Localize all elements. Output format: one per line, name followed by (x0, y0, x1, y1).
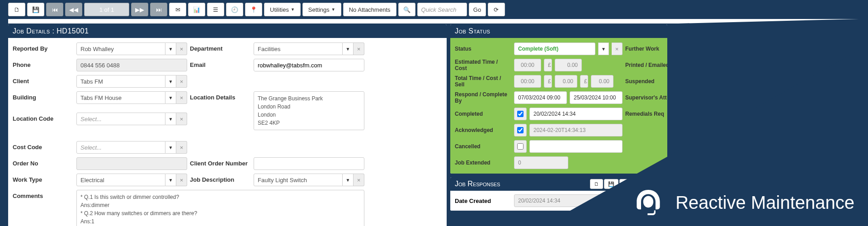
resp-new-button[interactable]: 🗋 (590, 179, 603, 189)
resp-save-button[interactable]: 💾 (604, 179, 618, 189)
chevron-down-icon[interactable]: ▼ (598, 42, 609, 55)
email-button[interactable]: ✉ (169, 3, 186, 16)
quick-search-input[interactable] (417, 3, 467, 16)
clear-icon[interactable]: × (176, 75, 187, 88)
date-created-label: Date Created (455, 198, 511, 204)
page-indicator: 1 of 1 (84, 3, 129, 16)
phone-label: Phone (13, 59, 74, 68)
completed-label: Completed (455, 111, 511, 117)
clear-icon[interactable]: × (612, 42, 623, 55)
reported-by-select[interactable]: Rob Whalley (76, 42, 165, 55)
refresh-button[interactable]: ⟳ (488, 3, 505, 16)
chevron-down-icon[interactable]: ▼ (165, 113, 176, 125)
est-time-field: 00:00 (514, 59, 541, 71)
chevron-down-icon[interactable]: ▼ (343, 42, 354, 55)
chevron-down-icon[interactable]: ▼ (343, 174, 354, 186)
clear-icon[interactable]: × (176, 91, 187, 104)
map-button[interactable]: 📍 (245, 3, 262, 16)
acknowledged-checkbox[interactable] (514, 124, 527, 137)
job-details-header: Job Details : HD15001 (8, 24, 447, 38)
est-cost-field: 0.00 (555, 59, 582, 71)
total-time-field: 00:00 (514, 75, 541, 88)
clear-icon[interactable]: × (176, 174, 187, 186)
chevron-down-icon[interactable]: ▼ (165, 42, 176, 55)
comments-label: Comments (13, 190, 74, 199)
cost-code-select[interactable]: Select... (76, 141, 165, 154)
date-created-field: 20/02/2024 14:34 (514, 194, 604, 207)
further-work-label: Further Work (625, 46, 667, 52)
department-select[interactable]: Facilities (254, 42, 343, 55)
job-description-label: Job Description (190, 174, 251, 183)
nav-prev-button[interactable]: ◀◀ (65, 3, 82, 16)
clear-icon[interactable]: × (176, 141, 187, 154)
chevron-down-icon[interactable]: ▼ (165, 75, 176, 88)
job-responses-header: Job Responses (455, 180, 500, 188)
clear-icon[interactable]: × (354, 174, 364, 186)
cost-code-label: Cost Code (13, 141, 74, 151)
history-button[interactable]: 🕘 (226, 3, 243, 16)
nav-last-button[interactable]: ⏭ (150, 3, 167, 16)
status-select[interactable]: Complete (Soft) (514, 42, 595, 55)
job-status-header: Job Status (450, 24, 667, 38)
search-button[interactable]: 🔍 (398, 3, 415, 16)
chart-button[interactable]: 📊 (188, 3, 205, 16)
location-code-label: Location Code (13, 113, 74, 122)
printed-label: Printed / Emailed (625, 62, 667, 68)
estimated-label: Estimated Time / Cost (455, 59, 511, 71)
location-code-select[interactable]: Select... (76, 113, 165, 125)
attachments-button[interactable]: No Attachments (343, 3, 396, 16)
settings-dropdown[interactable]: Settings ▼ (302, 3, 341, 16)
phone-field: 0844 556 0488 (76, 59, 187, 71)
job-extended-field: 0 (514, 156, 568, 169)
comments-field[interactable]: * Q.1 Is this switch or dimmer controlle… (76, 190, 364, 226)
job-description-select[interactable]: Faulty Light Switch (254, 174, 343, 186)
nav-first-button[interactable]: ⏮ (46, 3, 63, 16)
cancelled-date-field[interactable] (529, 140, 623, 153)
job-extended-label: Job Extended (455, 160, 511, 166)
reported-by-label: Reported By (13, 42, 74, 52)
completed-date-field[interactable]: 20/02/2024 14:34 (529, 108, 623, 120)
new-button[interactable]: 🗋 (8, 3, 25, 16)
email-field[interactable] (254, 59, 364, 71)
chevron-down-icon: ▼ (291, 7, 295, 12)
order-no-label: Order No (13, 157, 74, 167)
completed-checkbox[interactable] (514, 108, 527, 120)
total-label: Total Time / Cost / Sell (455, 75, 511, 88)
list-button[interactable]: ☰ (207, 3, 224, 16)
acknowledged-label: Acknowledged (455, 127, 511, 133)
remedials-label: Remedials Req (625, 111, 667, 117)
location-details-field: The Grange Business Park London Road Lon… (254, 91, 364, 130)
chevron-down-icon[interactable]: ▼ (165, 141, 176, 154)
client-order-label: Client Order Number (190, 157, 251, 167)
currency-label: £ (544, 59, 552, 71)
save-button[interactable]: 💾 (27, 3, 44, 16)
chevron-down-icon[interactable]: ▼ (165, 174, 176, 186)
client-order-field[interactable] (254, 157, 364, 170)
clear-icon[interactable]: × (176, 113, 187, 125)
respond-by-field[interactable]: 07/03/2024 09:00 (514, 91, 567, 104)
currency-label: £ (544, 75, 552, 88)
go-button[interactable]: Go (469, 3, 486, 16)
client-select[interactable]: Tabs FM (76, 75, 165, 88)
acknowledged-date-field: 2024-02-20T14:34:13 (529, 124, 623, 137)
headset-icon (630, 184, 666, 221)
chevron-down-icon: ▼ (331, 7, 335, 12)
email-label: Email (190, 59, 251, 68)
total-cost-field: 0.00 (555, 75, 577, 88)
chevron-down-icon[interactable]: ▼ (165, 91, 176, 104)
brand-area: Reactive Maintenance (630, 184, 854, 221)
work-type-select[interactable]: Electrical (76, 174, 165, 186)
nav-next-button[interactable]: ▶▶ (131, 3, 148, 16)
location-details-label: Location Details (190, 91, 251, 101)
utilities-dropdown[interactable]: Utilities ▼ (264, 3, 301, 16)
suspended-label: Suspended (625, 78, 667, 85)
complete-by-field[interactable]: 25/03/2024 10:00 (570, 91, 623, 104)
currency-label: £ (580, 75, 588, 88)
clear-icon[interactable]: × (176, 42, 187, 55)
building-select[interactable]: Tabs FM House (76, 91, 165, 104)
clear-icon[interactable]: × (354, 42, 364, 55)
work-type-label: Work Type (13, 174, 74, 183)
client-label: Client (13, 75, 74, 85)
cancelled-checkbox[interactable] (514, 140, 527, 153)
total-sell-field: 0.00 (591, 75, 613, 88)
